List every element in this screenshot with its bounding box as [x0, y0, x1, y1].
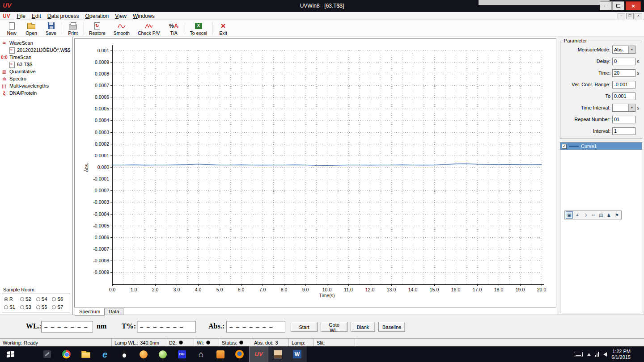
- keyboard-icon[interactable]: [574, 352, 583, 357]
- sample-room-radio-s5[interactable]: S5: [36, 304, 52, 310]
- tree-item-timescan[interactable]: 0:0 TimeScan: [1, 54, 72, 61]
- chevron-down-icon[interactable]: [628, 46, 635, 53]
- data-points-icon[interactable]: [589, 211, 597, 219]
- taskbar-home-app[interactable]: ⌂: [191, 346, 211, 362]
- restore-graph-button[interactable]: Restore: [85, 20, 110, 37]
- smooth-button[interactable]: Smooth: [110, 20, 134, 37]
- new-button[interactable]: New: [2, 20, 21, 37]
- curve-visibility-checkbox[interactable]: [562, 144, 567, 149]
- goto-wl-button[interactable]: Goto WL.: [321, 322, 347, 332]
- grid-icon[interactable]: [597, 211, 605, 219]
- start-button[interactable]: Start: [291, 322, 318, 332]
- interval-input[interactable]: [612, 127, 636, 135]
- tree-item-quantitative[interactable]: Quantitative: [1, 68, 72, 75]
- curve-legend-item[interactable]: Curve1: [560, 143, 642, 150]
- dark-mode-icon[interactable]: [581, 211, 589, 219]
- mdi-close-button[interactable]: ×: [635, 13, 642, 19]
- menu-operation[interactable]: Operation: [82, 13, 112, 20]
- status-bar: Working:Ready Lamp WL.:340.0nm D2: Wi: S…: [0, 338, 644, 346]
- svg-text:-0.0005: -0.0005: [93, 223, 109, 228]
- sample-room-radio-s6[interactable]: S6: [52, 296, 68, 302]
- menu-file[interactable]: File: [14, 13, 29, 20]
- marker-icon[interactable]: [606, 211, 613, 219]
- tree-item-spectro[interactable]: Spectro: [1, 75, 72, 82]
- baidu-icon: DU: [178, 350, 186, 358]
- menu-data-process[interactable]: Data process: [44, 13, 82, 20]
- radio-icon: [52, 305, 56, 309]
- taskbar-baidu[interactable]: DU: [172, 346, 191, 362]
- tab-spectrum[interactable]: Spectrum: [75, 308, 105, 316]
- minimize-button[interactable]: –: [600, 1, 612, 10]
- baseline-button[interactable]: Baseline: [378, 322, 405, 332]
- volume-icon[interactable]: [603, 352, 607, 357]
- sample-room-radio-s2[interactable]: S2: [20, 296, 36, 302]
- sample-room-group: R S1 S2 S3 S4 S5 S6 S7: [2, 294, 70, 312]
- taskbar-word[interactable]: W: [288, 346, 307, 362]
- taskbar-file-explorer[interactable]: [76, 346, 95, 362]
- taskbar-qq[interactable]: [114, 346, 134, 362]
- sample-room-radio-s4[interactable]: S4: [36, 296, 52, 302]
- taskbar-internet-explorer[interactable]: e: [95, 346, 114, 362]
- taskbar-green-app[interactable]: [153, 346, 172, 362]
- taskbar-firefox[interactable]: [230, 346, 249, 362]
- settings-icon[interactable]: [613, 211, 620, 219]
- check-pv-button[interactable]: Check P/V: [134, 20, 164, 37]
- t-readout[interactable]: [137, 321, 196, 333]
- tree-item-wavescan-file[interactable]: 20120321ĲÒÈÜÕ°.W$$: [1, 46, 72, 54]
- menu-windows[interactable]: Windows: [130, 13, 158, 20]
- taskbar-utility-app[interactable]: [38, 346, 57, 362]
- close-button[interactable]: ×: [626, 1, 641, 10]
- sample-room-radio-s1[interactable]: S1: [4, 304, 20, 310]
- vert-range-from-input[interactable]: [612, 81, 636, 88]
- mdi-minimize-button[interactable]: –: [618, 13, 625, 19]
- wl-readout[interactable]: [41, 321, 93, 333]
- open-button[interactable]: Open: [21, 20, 41, 37]
- save-icon: [48, 22, 55, 29]
- taskbar-uvwin8[interactable]: UV: [249, 346, 268, 362]
- menu-edit[interactable]: Edit: [29, 13, 44, 20]
- taskbar-orange-app[interactable]: [134, 346, 153, 362]
- measure-mode-select[interactable]: Abs.: [612, 46, 636, 54]
- clock[interactable]: 1:22 PM 6/1/2015: [611, 349, 631, 360]
- show-hidden-icons-icon[interactable]: [587, 353, 591, 356]
- chrome-icon: [62, 350, 71, 358]
- status-indicator-icon: [239, 341, 243, 345]
- mdi-restore-button[interactable]: □: [626, 13, 634, 19]
- taskbar-chrome[interactable]: [57, 346, 76, 362]
- zoom-window-icon[interactable]: [566, 211, 573, 219]
- save-button[interactable]: Save: [41, 20, 61, 37]
- time-interval-select[interactable]: [612, 104, 636, 112]
- sample-room-radio-r[interactable]: R: [4, 296, 20, 302]
- tree-item-multi-wavelengths[interactable]: Multi-wavelengths: [1, 82, 72, 89]
- blank-button[interactable]: Blank: [351, 322, 375, 332]
- tree-item-wavescan[interactable]: WaveScan: [1, 39, 72, 46]
- print-button[interactable]: Print: [63, 20, 83, 37]
- taskbar-photo-viewer[interactable]: [268, 346, 288, 362]
- tree-item-dna-protein[interactable]: DNA/Protein: [1, 89, 72, 97]
- abs-readout[interactable]: [226, 321, 285, 333]
- delay-input[interactable]: [612, 58, 636, 65]
- network-icon[interactable]: [595, 352, 599, 357]
- exit-button[interactable]: Exit: [213, 20, 233, 37]
- sample-room-radio-s3[interactable]: S3: [20, 304, 36, 310]
- repeat-number-input[interactable]: [612, 116, 636, 123]
- toolbar-separator: [185, 22, 185, 35]
- to-excel-button[interactable]: To excel: [186, 20, 212, 37]
- svg-text:0.0007: 0.0007: [95, 83, 109, 88]
- start-button[interactable]: [0, 346, 21, 362]
- time-input[interactable]: [612, 69, 636, 77]
- tree-item-timescan-file[interactable]: 63.T$$: [1, 61, 72, 68]
- toolbar-separator: [84, 22, 84, 35]
- crosshair-icon[interactable]: [574, 211, 581, 219]
- vert-range-to-input[interactable]: [612, 93, 636, 100]
- svg-text:-0.0003: -0.0003: [93, 199, 109, 205]
- ta-button[interactable]: T/A: [164, 20, 184, 37]
- taskbar-tool-app[interactable]: [211, 346, 230, 362]
- chevron-down-icon[interactable]: [628, 104, 635, 111]
- svg-text:18.0: 18.0: [494, 287, 504, 292]
- sample-room-radio-s7[interactable]: S7: [52, 304, 68, 310]
- menu-view[interactable]: View: [112, 13, 130, 20]
- restore-button[interactable]: [612, 1, 624, 10]
- svg-text:0.0002: 0.0002: [95, 141, 109, 147]
- svg-text:3.0: 3.0: [174, 287, 180, 292]
